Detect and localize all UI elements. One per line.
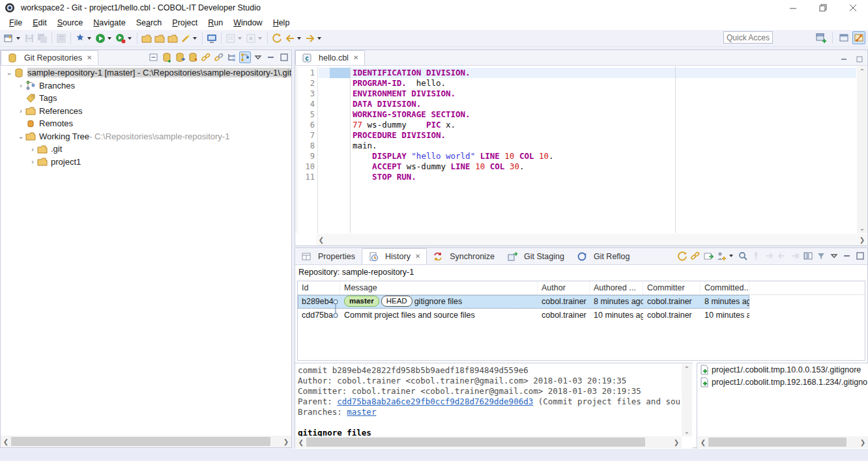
back-dropdown-icon[interactable] (297, 37, 301, 40)
collapse-arrow-icon[interactable]: ⌄ (5, 68, 14, 77)
tree-item-tags[interactable]: Tags (1, 92, 291, 105)
details-horizontal-scrollbar[interactable]: ❮❯ (296, 436, 682, 448)
column-header-author[interactable]: Author (538, 281, 590, 294)
back-icon[interactable] (283, 32, 297, 45)
restore-button[interactable] (808, 0, 838, 16)
editor-horizontal-scrollbar[interactable]: ❮❯ (316, 234, 867, 245)
left-horizontal-scrollbar[interactable]: ❮❯ (1, 436, 291, 447)
column-header-committed[interactable]: Committed... (701, 281, 749, 294)
tree-item-references[interactable]: ›References (1, 105, 291, 118)
commit-row-b289eb4[interactable]: b289eb4masterHEADgitignore filescobol.tr… (298, 295, 749, 309)
editor-vertical-scrollbar[interactable]: ⌃⌄ (857, 66, 867, 233)
menu-project[interactable]: Project (167, 17, 203, 29)
minimize-button[interactable] (778, 0, 808, 16)
commit-link[interactable]: master (347, 407, 376, 417)
column-header-id[interactable]: Id (298, 281, 340, 294)
menu-window[interactable]: Window (228, 17, 267, 29)
expand-arrow-icon[interactable]: › (28, 145, 37, 153)
tab-properties[interactable]: Properties (295, 248, 362, 264)
menu-help[interactable]: Help (268, 17, 295, 29)
open-resource-1-icon[interactable] (140, 32, 153, 45)
new-icon[interactable] (3, 32, 16, 45)
git-perspective-icon[interactable] (852, 31, 865, 44)
tab-git-reflog[interactable]: Git Reflog (571, 248, 637, 264)
commit-link[interactable]: cdd75ba8ab2a6ce29fb0ccf9d28d7629dde906d3 (337, 397, 533, 406)
tree-item-.git[interactable]: ›.git (1, 143, 291, 156)
clone-repository-icon[interactable] (174, 51, 186, 63)
tab-history[interactable]: History✕ (362, 248, 427, 264)
open-commit-icon[interactable] (702, 250, 714, 262)
tree-item-project1[interactable]: ›project1 (1, 156, 291, 169)
column-header-committer[interactable]: Committer (643, 281, 701, 294)
run-dropdown-icon[interactable] (108, 37, 111, 40)
forward-dropdown-icon[interactable] (317, 37, 321, 40)
run-icon[interactable] (94, 32, 107, 45)
next-commit-icon[interactable] (763, 250, 775, 262)
resource-perspective-icon[interactable] (837, 31, 850, 44)
minimize-icon[interactable] (841, 250, 853, 262)
tab-hello-cbl[interactable]: c hello.cbl ✕ (295, 50, 365, 65)
filter-author-icon[interactable] (716, 250, 727, 262)
create-repository-icon[interactable] (187, 51, 199, 63)
details-vertical-scrollbar[interactable]: ⌃⌄ (682, 364, 692, 436)
minimize-view-icon[interactable] (837, 53, 850, 66)
run-remote-icon[interactable] (114, 32, 127, 45)
run-remote-dropdown-icon[interactable] (128, 37, 132, 40)
link-with-selection-icon[interactable] (200, 51, 212, 63)
tree-item-working[interactable]: ⌄Working Tree - C:\Repositories\sample-r… (1, 130, 291, 143)
tab-git-repositories[interactable]: Git Repositories ✕ (1, 50, 98, 65)
search-icon[interactable] (737, 250, 749, 262)
close-button[interactable] (838, 0, 868, 16)
maximize-view-icon[interactable] (853, 53, 866, 66)
hierarchical-layout-icon[interactable] (226, 51, 238, 63)
branch-presentation-icon[interactable] (239, 51, 251, 63)
build-settings-icon[interactable] (74, 32, 87, 45)
collapse-all-icon[interactable] (148, 51, 160, 63)
quick-access-input[interactable] (723, 31, 773, 44)
menu-navigate[interactable]: Navigate (88, 17, 130, 29)
markers-dropdown-icon[interactable] (258, 37, 262, 40)
expand-arrow-icon[interactable]: › (16, 81, 25, 89)
files-horizontal-scrollbar[interactable]: ❮❯ (698, 436, 868, 448)
menu-file[interactable]: File (4, 17, 27, 29)
previous-commit-icon[interactable] (776, 250, 788, 262)
changed-file-item[interactable]: project1/.cobolit.tmp.192.168.1.234/.git… (697, 376, 868, 388)
menu-search[interactable]: Search (131, 17, 167, 29)
filter-author-dropdown-icon[interactable] (729, 255, 733, 257)
maximize-icon[interactable] (854, 250, 866, 262)
column-header-authored[interactable]: Authored ... (590, 281, 643, 294)
menu-source[interactable]: Source (52, 17, 89, 29)
open-resource-2-icon[interactable] (153, 32, 166, 45)
code-editor[interactable]: 1234567891011 IDENTIFICATION DIVISION.PR… (295, 66, 867, 233)
pin-icon[interactable] (750, 250, 762, 262)
link-with-selection-icon[interactable] (689, 250, 701, 262)
annotations-dropdown-icon[interactable] (238, 37, 242, 40)
expand-arrow-icon[interactable]: › (28, 158, 37, 165)
changed-file-item[interactable]: project1/.cobolit.tmp.10.0.0.153/.gitign… (697, 363, 868, 376)
last-edit-icon[interactable] (270, 32, 283, 45)
console-view-icon[interactable] (205, 32, 218, 45)
compare-mode-icon[interactable] (802, 250, 814, 262)
view-menu-icon[interactable] (828, 250, 840, 262)
code-wizard-icon[interactable] (179, 32, 192, 45)
close-editor-icon[interactable]: ✕ (353, 54, 358, 61)
tab-git-staging[interactable]: Git Staging (501, 248, 571, 264)
close-view-icon[interactable]: ✕ (87, 54, 92, 61)
forward-icon[interactable] (304, 32, 317, 45)
tree-item-remotes[interactable]: Remotes (1, 117, 291, 130)
close-view-icon[interactable]: ✕ (415, 253, 420, 260)
tree-item-sample-repository-1[interactable]: ⌄sample-repository-1 [master] - C:\Repos… (1, 66, 291, 79)
new-dropdown-icon[interactable] (16, 37, 20, 40)
code-wizard-dropdown-icon[interactable] (193, 37, 197, 40)
expand-arrow-icon[interactable]: › (16, 107, 25, 115)
maximize-icon[interactable] (278, 51, 290, 63)
commit-row-cdd75ba[interactable]: cdd75baCommit project files and source f… (298, 309, 749, 322)
tree-item-branches[interactable]: ›Branches (1, 79, 291, 92)
add-repository-icon[interactable] (161, 51, 173, 63)
menu-edit[interactable]: Edit (27, 17, 52, 29)
open-resource-3-icon[interactable] (166, 32, 179, 45)
minimize-icon[interactable] (265, 51, 277, 63)
column-header-message[interactable]: Message (340, 281, 538, 294)
refresh-icon[interactable] (676, 250, 688, 262)
collapse-arrow-icon[interactable]: ⌄ (16, 132, 25, 141)
